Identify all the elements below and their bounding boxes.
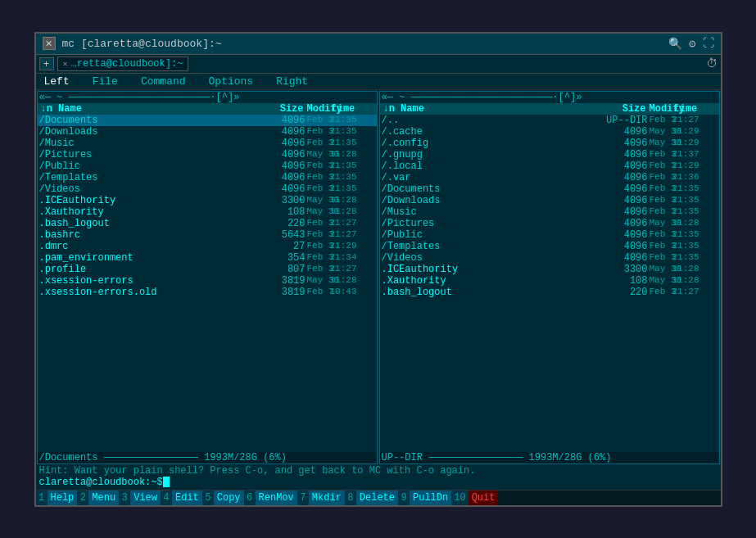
left-file-row[interactable]: /Pictures4096May 3011:28 — [38, 149, 377, 160]
left-file-row[interactable]: /Templates4096Feb 321:35 — [38, 172, 377, 183]
left-file-row[interactable]: .ICEauthority3300May 3011:28 — [38, 195, 377, 206]
left-file-name: /Music — [39, 138, 256, 149]
right-file-row[interactable]: /Downloads4096Feb 321:35 — [380, 195, 719, 206]
left-file-size: 4096 — [256, 115, 306, 126]
left-panel-columns: ↓n Name Size Modify time — [38, 103, 377, 115]
maximize-icon[interactable]: ⛶ — [703, 37, 714, 51]
right-file-size: 4096 — [599, 149, 648, 160]
left-file-date: May 30 — [306, 195, 330, 206]
left-file-row[interactable]: .pam_environment354Feb 321:34 — [38, 252, 377, 264]
left-file-date: Feb 7 — [306, 287, 330, 298]
left-file-row[interactable]: .Xauthority108May 3011:28 — [38, 206, 377, 218]
left-file-date: Feb 3 — [306, 126, 330, 138]
left-file-time: 21:35 — [330, 115, 375, 126]
menu-left[interactable]: Left — [43, 75, 71, 88]
left-file-row[interactable]: /Videos4096Feb 321:35 — [38, 183, 377, 195]
fn-key-10[interactable]: 10Quit — [451, 491, 498, 505]
left-file-row[interactable]: .xsession-errors.old3819Feb 710:43 — [38, 287, 377, 298]
right-file-date: Feb 3 — [648, 229, 672, 241]
tab-item[interactable]: ✕ …retta@cloudbook]:~ — [57, 57, 189, 71]
close-button[interactable]: ✕ — [43, 37, 56, 50]
fn-key-7[interactable]: 7Mkdir — [297, 491, 345, 505]
right-col-time: time — [672, 103, 718, 115]
right-file-size: 4096 — [599, 229, 648, 241]
left-file-size: 4096 — [256, 183, 306, 195]
left-file-row[interactable]: .bash_logout220Feb 321:27 — [38, 218, 377, 229]
menu-options[interactable]: Options — [207, 75, 256, 88]
left-file-time: 21:27 — [330, 218, 375, 229]
menu-right[interactable]: Right — [274, 75, 310, 88]
left-col-time: time — [330, 103, 375, 115]
right-file-time: 11:29 — [672, 138, 718, 149]
left-file-date: Feb 3 — [306, 115, 330, 126]
history-icon[interactable]: ⏱ — [706, 57, 718, 70]
right-file-date: May 30 — [648, 138, 672, 149]
fn-key-8[interactable]: 8Delete — [345, 491, 398, 505]
left-file-time: 21:35 — [330, 172, 375, 183]
left-file-date: Feb 3 — [306, 252, 330, 264]
tab-close-icon[interactable]: ✕ — [63, 59, 68, 69]
function-bar: 1Help2Menu3View4Edit5Copy6RenMov7Mkdir8D… — [36, 490, 721, 505]
right-file-time: 21:35 — [672, 252, 718, 264]
right-file-row[interactable]: /.gnupg4096Feb 321:37 — [380, 149, 719, 160]
left-file-row[interactable]: /Downloads4096Feb 321:35 — [38, 126, 377, 138]
left-file-time: 21:29 — [330, 241, 375, 252]
new-tab-button[interactable]: + — [39, 57, 54, 70]
left-file-name: .bashrc — [39, 229, 256, 241]
left-file-row[interactable]: /Documents4096Feb 321:35 — [38, 115, 377, 126]
left-file-size: 27 — [256, 241, 306, 252]
left-file-size: 3300 — [256, 195, 306, 206]
right-file-size: 3300 — [599, 264, 648, 275]
right-file-row[interactable]: /Public4096Feb 321:35 — [380, 229, 719, 241]
right-file-row[interactable]: /Templates4096Feb 321:35 — [380, 241, 719, 252]
fn-num-7: 7 — [297, 491, 309, 505]
left-file-row[interactable]: .xsession-errors3819May 3011:28 — [38, 275, 377, 287]
right-file-row[interactable]: /Music4096Feb 321:35 — [380, 206, 719, 218]
left-file-time: 21:27 — [330, 229, 375, 241]
right-file-row[interactable]: .bash_logout220Feb 321:27 — [380, 287, 719, 298]
left-file-row[interactable]: .bashrc5643Feb 321:27 — [38, 229, 377, 241]
fn-num-5: 5 — [202, 491, 214, 505]
fn-key-9[interactable]: 9PullDn — [398, 491, 451, 505]
right-footer-disk: 1993M/28G (6%) — [529, 452, 612, 463]
right-file-name: /.gnupg — [382, 149, 599, 160]
left-file-name: /Downloads — [39, 126, 256, 138]
search-icon[interactable]: 🔍 — [668, 37, 682, 51]
fn-key-6[interactable]: 6RenMov — [244, 491, 297, 505]
left-file-name: /Public — [39, 160, 256, 172]
right-file-row[interactable]: .Xauthority108May 3011:28 — [380, 275, 719, 287]
fn-key-1[interactable]: 1Help — [36, 491, 78, 505]
right-file-row[interactable]: /Documents4096Feb 321:35 — [380, 183, 719, 195]
right-file-row[interactable]: /..UP--DIRFeb 321:27 — [380, 115, 719, 126]
right-file-row[interactable]: /.cache4096May 3011:29 — [380, 126, 719, 138]
left-file-row[interactable]: .profile807Feb 321:27 — [38, 264, 377, 275]
cursor — [163, 477, 170, 487]
right-file-row[interactable]: /Videos4096Feb 321:35 — [380, 252, 719, 264]
left-file-name: .xsession-errors — [39, 275, 256, 287]
menu-command[interactable]: Command — [139, 75, 188, 88]
menu-file[interactable]: File — [91, 75, 120, 88]
right-file-name: /Music — [382, 206, 599, 218]
fn-key-2[interactable]: 2Menu — [77, 491, 119, 505]
fn-key-5[interactable]: 5Copy — [202, 491, 244, 505]
right-file-row[interactable]: /.local4096Feb 321:29 — [380, 160, 719, 172]
right-file-row[interactable]: /Pictures4096May 3011:28 — [380, 218, 719, 229]
right-col-size: Size — [599, 103, 648, 115]
left-file-name: /Videos — [39, 183, 256, 195]
right-file-row[interactable]: /.var4096Feb 321:36 — [380, 172, 719, 183]
left-file-row[interactable]: .dmrc27Feb 321:29 — [38, 241, 377, 252]
left-file-row[interactable]: /Music4096Feb 321:35 — [38, 138, 377, 149]
right-file-date: May 30 — [648, 126, 672, 138]
right-file-row[interactable]: .ICEauthority3300May 3011:28 — [380, 264, 719, 275]
left-file-time: 11:28 — [330, 206, 375, 218]
right-file-name: .bash_logout — [382, 287, 599, 298]
right-file-name: /Public — [382, 229, 599, 241]
right-file-time: 11:28 — [672, 275, 718, 287]
right-file-row[interactable]: /.config4096May 3011:29 — [380, 138, 719, 149]
right-file-size: 4096 — [599, 160, 648, 172]
fn-key-3[interactable]: 3View — [119, 491, 161, 505]
left-file-row[interactable]: /Public4096Feb 321:35 — [38, 160, 377, 172]
settings-icon[interactable]: ⚙ — [689, 37, 695, 51]
left-file-date: May 30 — [306, 206, 330, 218]
fn-key-4[interactable]: 4Edit — [161, 491, 202, 505]
